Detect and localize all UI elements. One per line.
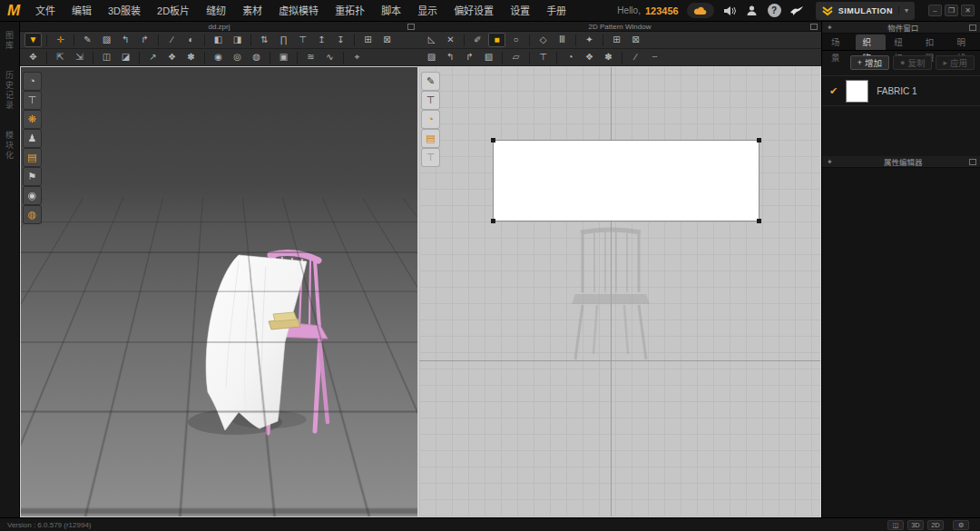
avatar-pose-b-icon[interactable]: ⇲ bbox=[71, 50, 88, 64]
menu-item[interactable]: 虚拟模特 bbox=[270, 0, 327, 22]
3d-view-button[interactable]: 3D bbox=[907, 520, 924, 530]
menu-item[interactable]: 偏好设置 bbox=[446, 0, 502, 22]
steam-iron-icon[interactable]: ▱ bbox=[507, 50, 524, 64]
edit-pattern-icon[interactable]: ✕ bbox=[442, 33, 459, 47]
show-pin-icon[interactable]: ⚑ bbox=[24, 168, 41, 185]
fabric-swatch[interactable] bbox=[846, 80, 868, 103]
fold-arrangement-3d-icon[interactable]: ↱ bbox=[136, 33, 153, 47]
avatar-walk-icon[interactable]: ✥ bbox=[24, 50, 42, 64]
dock-pin-icon[interactable]: ✦ bbox=[822, 158, 838, 166]
tape-measure-icon[interactable]: ↗ bbox=[144, 50, 162, 64]
rectangle-tool-icon[interactable]: ■ bbox=[488, 33, 505, 47]
show-garment-icon[interactable]: ⊤ bbox=[422, 92, 439, 109]
copy-fabric-button[interactable]: ● 复制 bbox=[893, 55, 932, 70]
select-move-icon[interactable]: ✛ bbox=[52, 33, 69, 47]
buttonhole-icon[interactable]: ◎ bbox=[229, 50, 246, 64]
minimize-button[interactable]: – bbox=[928, 5, 942, 16]
grid-icon[interactable]: ⊞ bbox=[608, 33, 625, 47]
flatten-x-icon[interactable]: ◫ bbox=[98, 50, 115, 64]
show-garment-icon[interactable]: ⊤ bbox=[24, 92, 41, 109]
fold-arrangement-icon[interactable]: ↰ bbox=[117, 33, 134, 47]
show-stroke-icon[interactable]: ✎ bbox=[422, 73, 439, 90]
grid-icon[interactable]: ⊞ bbox=[359, 33, 377, 47]
object-tab[interactable]: 场景 bbox=[824, 34, 855, 50]
show-info-icon[interactable]: ◔ bbox=[422, 111, 439, 128]
close-button[interactable]: ✕ bbox=[961, 5, 975, 16]
cloud-sync-button[interactable] bbox=[687, 3, 714, 18]
wind-a-icon[interactable]: ≋ bbox=[302, 50, 319, 64]
object-tab[interactable]: 纽扣 bbox=[887, 34, 917, 50]
select-brush-icon[interactable]: ✎ bbox=[79, 33, 96, 47]
show-shirt-icon[interactable]: ⊤ bbox=[294, 33, 311, 47]
wind-b-icon[interactable]: ∿ bbox=[321, 50, 338, 64]
show-silhouette-icon[interactable]: ⊤ bbox=[422, 149, 439, 166]
speaker-button[interactable] bbox=[722, 4, 737, 18]
graphic-pattern-icon[interactable]: ✽ bbox=[600, 50, 617, 64]
menu-item[interactable]: 重拓扑 bbox=[327, 0, 373, 22]
float-window-icon[interactable] bbox=[969, 159, 976, 165]
pattern-piece[interactable] bbox=[493, 140, 760, 221]
pattern-handle[interactable] bbox=[757, 219, 761, 223]
tape-flower-icon[interactable]: ✽ bbox=[182, 50, 200, 64]
dock-tab[interactable]: 图库 bbox=[4, 31, 15, 51]
viewport-2d[interactable]: ✎⊤◔▤⊤ bbox=[418, 66, 821, 517]
pin-tool-icon[interactable]: ∕ bbox=[163, 33, 181, 47]
menu-item[interactable]: 显示 bbox=[409, 0, 446, 22]
mannequin-icon[interactable]: ▣ bbox=[275, 50, 292, 64]
check-icon[interactable]: ✔ bbox=[829, 85, 838, 97]
menu-item[interactable]: 脚本 bbox=[373, 0, 409, 22]
dock-pin-icon[interactable]: ✦ bbox=[822, 24, 838, 32]
pattern-handle[interactable] bbox=[491, 138, 495, 143]
pattern-handle[interactable] bbox=[491, 219, 495, 223]
ellipse-tool-icon[interactable]: ○ bbox=[507, 33, 524, 47]
float-window-icon[interactable] bbox=[810, 24, 818, 30]
show-avatar-icon[interactable]: ♟ bbox=[24, 130, 41, 147]
pleats-tool-icon[interactable]: Ⅲ bbox=[554, 33, 571, 47]
show-fabric-icon[interactable]: ▤ bbox=[24, 149, 41, 166]
dart-tool-icon[interactable]: ◇ bbox=[534, 33, 552, 47]
float-window-icon[interactable] bbox=[407, 24, 415, 30]
fabric-list-item[interactable]: ✔ FABRIC 1 bbox=[822, 75, 980, 106]
hanger-icon[interactable]: ⇅ bbox=[256, 33, 273, 47]
object-tab[interactable]: 扣眼 bbox=[918, 34, 949, 50]
account-button[interactable] bbox=[745, 4, 760, 18]
2d-view-button[interactable]: 2D bbox=[927, 520, 944, 530]
avatar-raise-icon[interactable]: ↥ bbox=[313, 33, 330, 47]
pattern-handle[interactable] bbox=[757, 138, 761, 143]
menu-item[interactable]: 缝纫 bbox=[198, 0, 234, 22]
simulation-mode-dropdown[interactable]: SIMULATION ▾ bbox=[816, 2, 915, 20]
show-mesh-icon[interactable]: ❋ bbox=[24, 111, 41, 128]
show-cloth-icon[interactable]: ◔ bbox=[24, 73, 41, 90]
viewport-3d[interactable]: ◔⊤❋♟▤⚑◉◍ bbox=[20, 66, 418, 517]
show-head-icon[interactable]: ◉ bbox=[24, 187, 41, 204]
show-garment-icon[interactable]: ⊤ bbox=[534, 50, 552, 64]
object-tab[interactable]: 明线 bbox=[949, 34, 980, 50]
avatar-lower-icon[interactable]: ↧ bbox=[332, 33, 349, 47]
show-environment-icon[interactable]: ◍ bbox=[24, 206, 41, 223]
menu-item[interactable]: 设置 bbox=[502, 0, 538, 22]
menu-item[interactable]: 2D板片 bbox=[149, 0, 198, 22]
superimpose-icon[interactable]: ◐ bbox=[182, 33, 200, 47]
grid-dense-icon[interactable]: ⊠ bbox=[378, 33, 396, 47]
restore-button[interactable]: ❒ bbox=[945, 5, 958, 16]
flatten-y-icon[interactable]: ◪ bbox=[117, 50, 134, 64]
settings-gear-button[interactable]: ⚙ bbox=[953, 520, 969, 530]
menu-item[interactable]: 3D服装 bbox=[100, 0, 149, 22]
segment-sewing-icon[interactable]: ↰ bbox=[442, 50, 459, 64]
grid-dense-icon[interactable]: ⊠ bbox=[627, 33, 644, 47]
detail-sewing-icon[interactable]: ▧ bbox=[480, 50, 497, 64]
dock-tab[interactable]: 历史记录 bbox=[4, 71, 15, 111]
object-tab[interactable]: 织物 bbox=[856, 34, 887, 50]
help-button[interactable]: ? bbox=[768, 4, 781, 17]
button-lock-icon[interactable]: ◍ bbox=[248, 50, 265, 64]
graphic-icon[interactable]: ❖ bbox=[581, 50, 598, 64]
add-fabric-button[interactable]: + 增加 bbox=[850, 55, 889, 70]
menu-item[interactable]: 素材 bbox=[234, 0, 270, 22]
split-view-button[interactable]: ◫ bbox=[887, 520, 904, 530]
edit-sewing-icon[interactable]: ▨ bbox=[423, 50, 440, 64]
apply-fabric-button[interactable]: ▸ 应用 bbox=[936, 55, 975, 70]
arrange-right-icon[interactable]: ◨ bbox=[229, 33, 246, 47]
community-button[interactable] bbox=[789, 4, 804, 18]
pin-center-icon[interactable]: ⌖ bbox=[348, 50, 366, 64]
grading-line-icon[interactable]: ∕ bbox=[627, 50, 644, 64]
